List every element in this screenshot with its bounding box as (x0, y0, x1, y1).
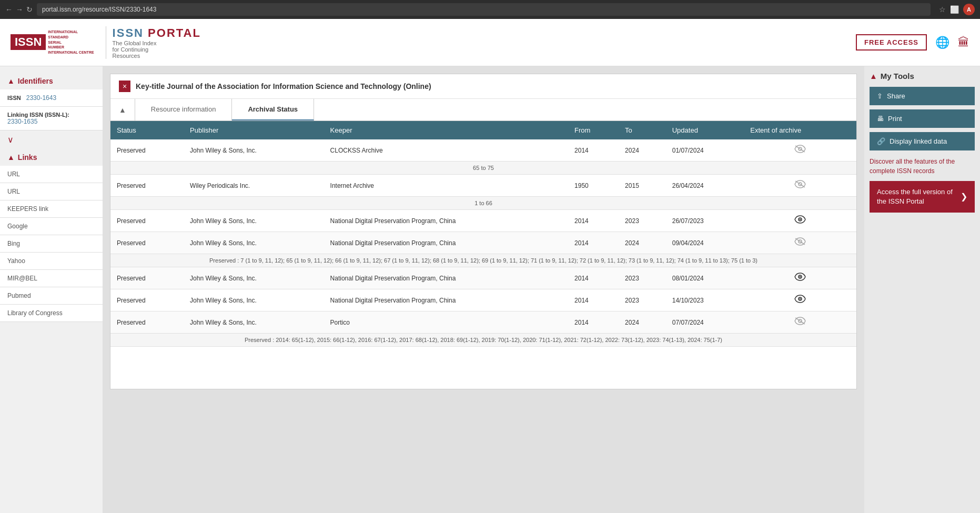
print-icon: 🖶 (877, 115, 884, 123)
sidebar-item-pubmed[interactable]: Pubmed (0, 287, 103, 305)
table-row: PreservedJohn Wiley & Sons, Inc.National… (110, 232, 856, 254)
extent-icon-cell[interactable] (744, 311, 856, 334)
table-cell: 2023 (619, 267, 666, 289)
logo-area: ISSN INTERNATIONALSTANDARDSERIALNUMBERIN… (11, 26, 201, 59)
eye-icon[interactable] (794, 273, 806, 283)
close-button[interactable]: × (119, 81, 130, 92)
table-cell: John Wiley & Sons, Inc. (184, 210, 324, 232)
linking-value: 2330-1635 (7, 118, 95, 125)
sidebar-item-mirbel[interactable]: MIR@BEL (0, 270, 103, 287)
header-right: FREE ACCESS 🌐 🏛 (856, 34, 969, 51)
left-sidebar: ▲ Identifiers ISSN 2330-1643 Linking ISS… (0, 66, 103, 513)
table-row: PreservedJohn Wiley & Sons, Inc.National… (110, 267, 856, 289)
tab-icon[interactable]: ⬜ (950, 5, 959, 14)
bookmark-icon[interactable]: ☆ (939, 5, 946, 14)
linked-icon: 🔗 (877, 137, 885, 145)
browser-right: ☆ ⬜ A (939, 4, 975, 15)
table-cell: Wiley Periodicals Inc. (184, 175, 324, 197)
my-tools-header[interactable]: ▲ My Tools (870, 72, 975, 81)
issn-portal-logo[interactable]: ISSN PORTAL The Global Indexfor Continui… (106, 26, 201, 59)
table-cell: 2014 (568, 289, 619, 311)
back-button[interactable]: ← (5, 5, 13, 14)
table-cell: 09/04/2024 (666, 232, 744, 254)
access-btn-text: Access the full version of the ISSN Port… (877, 187, 961, 206)
eye-crossed-icon[interactable] (794, 180, 806, 190)
table-cell: 2023 (619, 289, 666, 311)
sidebar-item-url2[interactable]: URL (0, 183, 103, 200)
sidebar-item-loc[interactable]: Library of Congress (0, 305, 103, 322)
table-cell: 2014 (568, 267, 619, 289)
sidebar-item-yahoo[interactable]: Yahoo (0, 253, 103, 270)
issn-item[interactable]: ISSN 2330-1643 (0, 89, 103, 107)
extent-icon-cell[interactable] (744, 232, 856, 254)
sidebar-item-keepers[interactable]: KEEPERS link (0, 200, 103, 218)
identifiers-section[interactable]: ▲ Identifiers (0, 73, 103, 89)
expand-button[interactable]: ∨ (0, 130, 103, 149)
globe-icon[interactable]: 🌐 (935, 36, 949, 49)
avatar[interactable]: A (963, 4, 975, 15)
record-title: Key-title Journal of the Association for… (136, 82, 431, 90)
table-cell: 2024 (619, 139, 666, 162)
print-button[interactable]: 🖶 Print (870, 109, 975, 128)
table-cell: Preserved (110, 232, 184, 254)
table-cell: 2014 (568, 210, 619, 232)
extent-icon-cell[interactable] (744, 175, 856, 197)
portal-title: ISSN PORTAL (113, 26, 201, 40)
sidebar-item-google[interactable]: Google (0, 218, 103, 235)
linking-issn-item[interactable]: Linking ISSN (ISSN-L): 2330-1635 (0, 107, 103, 130)
tab-archival[interactable]: Archival Status (232, 99, 314, 120)
eye-crossed-icon[interactable] (794, 317, 806, 327)
table-cell: 2014 (568, 232, 619, 254)
sidebar-item-url1[interactable]: URL (0, 166, 103, 183)
my-tools-caret: ▲ (870, 72, 877, 81)
tab-resource[interactable]: Resource information (135, 99, 233, 120)
eye-crossed-icon[interactable] (794, 145, 806, 155)
record-card: × Key-title Journal of the Association f… (110, 74, 857, 389)
svg-point-9 (800, 276, 801, 278)
col-status: Status (110, 121, 184, 139)
extent-icon-cell[interactable] (744, 267, 856, 289)
extent-detail-cell: 1 to 66 (110, 197, 856, 210)
right-panel: ▲ My Tools ⇧ Share 🖶 Print 🔗 Display lin… (864, 66, 980, 513)
svg-point-5 (800, 219, 801, 220)
table-cell: John Wiley & Sons, Inc. (184, 311, 324, 334)
building-icon[interactable]: 🏛 (958, 36, 969, 49)
links-section[interactable]: ▲ Links (0, 149, 103, 166)
table-row: PreservedJohn Wiley & Sons, Inc.CLOCKSS … (110, 139, 856, 162)
forward-button[interactable]: → (16, 5, 23, 14)
print-label: Print (888, 115, 902, 123)
table-cell: Internet Archive (324, 175, 569, 197)
table-cell: National Digital Preservation Program, C… (324, 210, 569, 232)
table-container: Status Publisher Keeper From To Updated … (110, 121, 856, 347)
access-full-button[interactable]: Access the full version of the ISSN Port… (870, 181, 975, 213)
table-extent-row: 65 to 75 (110, 162, 856, 175)
table-cell: John Wiley & Sons, Inc. (184, 139, 324, 162)
eye-crossed-icon[interactable] (794, 237, 806, 248)
share-button[interactable]: ⇧ Share (870, 87, 975, 105)
table-cell: 2014 (568, 139, 619, 162)
extent-icon-cell[interactable] (744, 289, 856, 311)
share-label: Share (887, 92, 905, 100)
sidebar-item-bing[interactable]: Bing (0, 235, 103, 253)
eye-icon[interactable] (794, 295, 806, 305)
browser-controls: ← → ↻ (5, 5, 33, 14)
issn-logo[interactable]: ISSN INTERNATIONALSTANDARDSERIALNUMBERIN… (11, 29, 94, 55)
table-cell: John Wiley & Sons, Inc. (184, 289, 324, 311)
extent-icon-cell[interactable] (744, 139, 856, 162)
extent-icon-cell[interactable] (744, 210, 856, 232)
display-linked-button[interactable]: 🔗 Display linked data (870, 132, 975, 150)
portal-subtitle: The Global Indexfor ContinuingResources (113, 40, 201, 59)
free-access-button[interactable]: FREE ACCESS (856, 34, 927, 51)
links-caret: ▲ (7, 153, 15, 162)
col-updated: Updated (666, 121, 744, 139)
collapse-tab[interactable]: ▲ (110, 99, 135, 120)
arrow-icon: ❯ (961, 191, 967, 203)
discover-text: Discover all the features of the complet… (870, 157, 975, 176)
table-cell: 01/07/2024 (666, 139, 744, 162)
table-cell: John Wiley & Sons, Inc. (184, 267, 324, 289)
refresh-button[interactable]: ↻ (26, 5, 33, 14)
extent-detail-cell: Preserved : 7 (1 to 9, 11, 12); 65 (1 to… (110, 254, 856, 267)
share-icon: ⇧ (877, 92, 883, 100)
address-bar[interactable]: portal.issn.org/resource/ISSN/2330-1643 (37, 3, 931, 16)
eye-icon[interactable] (794, 215, 806, 226)
